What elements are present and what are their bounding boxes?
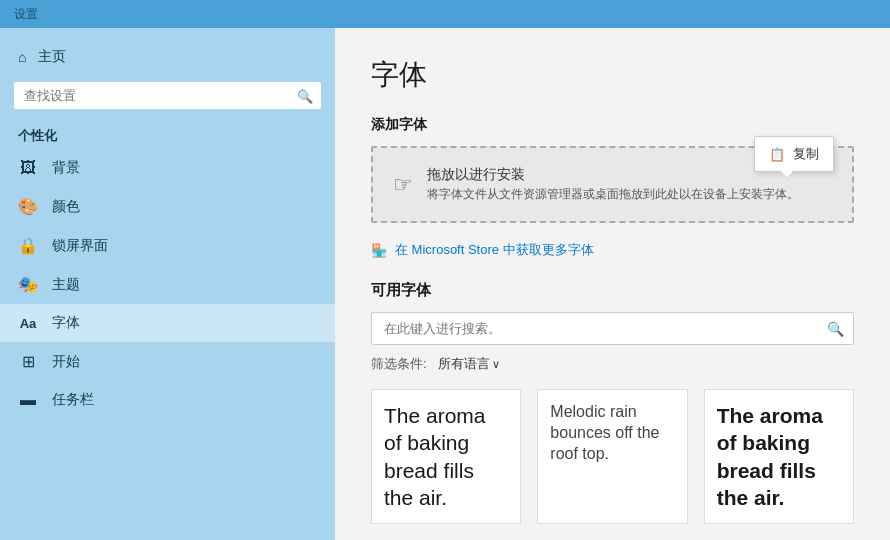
sidebar-item-lockscreen[interactable]: 🔒 锁屏界面 [0, 226, 335, 265]
store-link-label: 在 Microsoft Store 中获取更多字体 [395, 241, 594, 259]
font-preview-card-2[interactable]: Melodic rain bounces off the roof top. [537, 389, 687, 524]
font-search-icon: 🔍 [827, 321, 844, 337]
sidebar-item-theme[interactable]: 🎭 主题 [0, 265, 335, 304]
filter-chevron-icon: ∨ [492, 358, 500, 371]
copy-tooltip-label: 复制 [793, 145, 819, 163]
theme-icon: 🎭 [18, 275, 38, 294]
drop-zone-cursor-icon: ☞ [393, 172, 413, 198]
sidebar-item-theme-label: 主题 [52, 276, 80, 294]
sidebar: ⌂ 主页 🔍 个性化 🖼 背景 🎨 颜色 🔒 锁屏界面 🎭 主题 Aa 字体 [0, 28, 335, 540]
add-fonts-title: 添加字体 [371, 116, 854, 134]
top-bar-label: 设置 [14, 6, 38, 23]
background-icon: 🖼 [18, 159, 38, 177]
drop-zone-subtitle: 将字体文件从文件资源管理器或桌面拖放到此处以在设备上安装字体。 [427, 186, 799, 203]
font-preview-text-2: Melodic rain bounces off the roof top. [550, 402, 674, 464]
sidebar-item-color[interactable]: 🎨 颜色 [0, 187, 335, 226]
filter-row: 筛选条件: 所有语言 ∨ [371, 355, 854, 373]
top-bar: 设置 [0, 0, 890, 28]
sidebar-item-color-label: 颜色 [52, 198, 80, 216]
available-fonts-title: 可用字体 [371, 281, 854, 300]
drop-zone-wrapper: ☞ 拖放以进行安装 将字体文件从文件资源管理器或桌面拖放到此处以在设备上安装字体… [371, 146, 854, 223]
sidebar-item-start-label: 开始 [52, 353, 80, 371]
font-preview-card-3[interactable]: The aroma of baking bread fills the air. [704, 389, 854, 524]
sidebar-item-taskbar-label: 任务栏 [52, 391, 94, 409]
font-preview-text-1: The aroma of baking bread fills the air. [384, 402, 508, 511]
store-link[interactable]: 🏪 在 Microsoft Store 中获取更多字体 [371, 241, 854, 259]
filter-label: 筛选条件: [371, 355, 427, 373]
sidebar-section-label: 个性化 [0, 119, 335, 149]
font-preview-card-1[interactable]: The aroma of baking bread fills the air. [371, 389, 521, 524]
font-search-input[interactable] [371, 312, 854, 345]
font-search-bar: 🔍 [371, 312, 854, 345]
font-icon: Aa [18, 316, 38, 331]
sidebar-search-container: 🔍 [14, 82, 321, 109]
sidebar-item-lockscreen-label: 锁屏界面 [52, 237, 108, 255]
sidebar-item-background-label: 背景 [52, 159, 80, 177]
sidebar-item-background[interactable]: 🖼 背景 [0, 149, 335, 187]
sidebar-home-label: 主页 [38, 48, 66, 66]
copy-icon: 📋 [769, 147, 785, 162]
lockscreen-icon: 🔒 [18, 236, 38, 255]
sidebar-item-taskbar[interactable]: ▬ 任务栏 [0, 381, 335, 419]
color-icon: 🎨 [18, 197, 38, 216]
sidebar-item-font-label: 字体 [52, 314, 80, 332]
sidebar-item-start[interactable]: ⊞ 开始 [0, 342, 335, 381]
filter-value-text: 所有语言 [438, 355, 490, 373]
sidebar-item-font[interactable]: Aa 字体 [0, 304, 335, 342]
font-preview-text-3: The aroma of baking bread fills the air. [717, 402, 841, 511]
sidebar-item-home[interactable]: ⌂ 主页 [0, 38, 335, 76]
filter-value-button[interactable]: 所有语言 ∨ [438, 355, 500, 373]
drop-zone-title: 拖放以进行安装 [427, 166, 799, 184]
drop-zone-text-container: 拖放以进行安装 将字体文件从文件资源管理器或桌面拖放到此处以在设备上安装字体。 [427, 166, 799, 203]
store-icon: 🏪 [371, 243, 387, 258]
main-content: 字体 添加字体 ☞ 拖放以进行安装 将字体文件从文件资源管理器或桌面拖放到此处以… [335, 28, 890, 540]
page-title: 字体 [371, 56, 854, 94]
start-icon: ⊞ [18, 352, 38, 371]
sidebar-search-input[interactable] [14, 82, 321, 109]
font-preview-grid: The aroma of baking bread fills the air.… [371, 389, 854, 524]
taskbar-icon: ▬ [18, 391, 38, 409]
copy-tooltip[interactable]: 📋 复制 [754, 136, 834, 172]
search-icon: 🔍 [297, 88, 313, 103]
home-icon: ⌂ [18, 49, 26, 65]
